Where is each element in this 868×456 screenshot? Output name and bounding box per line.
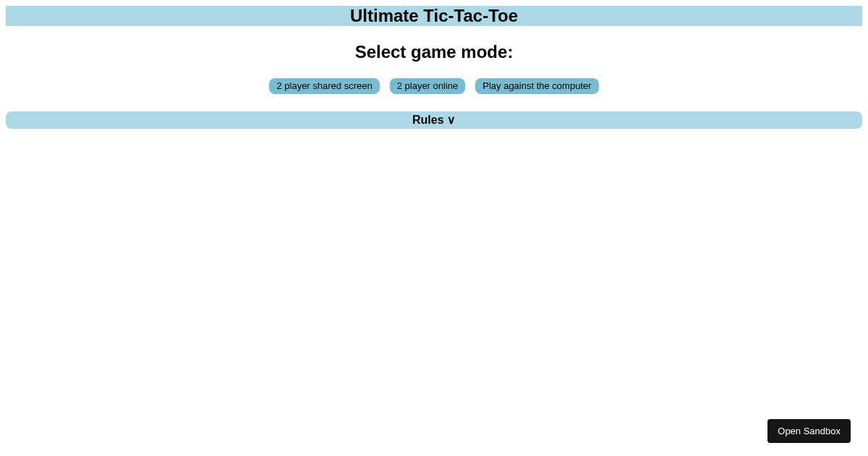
mode-button-row: 2 player shared screen 2 player online P…	[6, 78, 862, 94]
page-title: Ultimate Tic-Tac-Toe	[350, 6, 518, 25]
mode-button-online[interactable]: 2 player online	[390, 78, 466, 94]
open-sandbox-button[interactable]: Open Sandbox	[767, 419, 851, 443]
mode-button-vs-computer[interactable]: Play against the computer	[475, 78, 598, 94]
rules-label: Rules ∨	[412, 114, 456, 126]
rules-toggle[interactable]: Rules ∨	[6, 111, 862, 129]
page-title-bar: Ultimate Tic-Tac-Toe	[6, 6, 862, 26]
select-mode-heading: Select game mode:	[6, 42, 862, 62]
mode-button-shared-screen[interactable]: 2 player shared screen	[269, 78, 379, 94]
